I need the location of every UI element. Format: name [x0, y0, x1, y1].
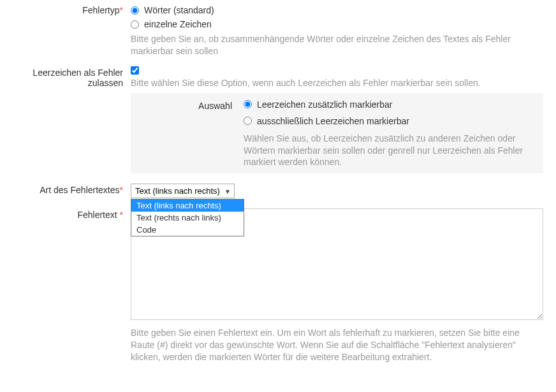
required-marker: * — [120, 185, 123, 195]
leerzeichen-subpanel: Auswahl Leerzeichen zusätzlich markierba… — [131, 93, 543, 174]
fehlertyp-radio-words-label: Wörter (standard) — [144, 5, 214, 15]
leerzeichen-label: Leerzeichen als Fehler zulassen — [6, 66, 131, 88]
auswahl-label: Auswahl — [138, 99, 244, 111]
fehlertyp-label: Fehlertyp* — [6, 5, 131, 15]
fehlertyp-hint: Bitte geben Sie an, ob zusammenhängende … — [131, 33, 543, 57]
leerzeichen-checkbox[interactable] — [131, 66, 139, 75]
auswahl-hint: Wählen Sie aus, ob Leerzeichen zusätzlic… — [244, 133, 536, 169]
auswahl-radio-aus[interactable] — [244, 117, 252, 125]
art-option-1[interactable]: Text (rechts nach links) — [131, 212, 244, 224]
auswahl-radio-zus-label: Leerzeichen zusätzlich markierbar — [257, 99, 392, 110]
art-dropdown: Text (links nach rechts) Text (rechts na… — [131, 199, 244, 236]
art-label: Art des Fehlertextes* — [6, 184, 131, 195]
art-select[interactable]: Text (links nach rechts) — [131, 184, 235, 198]
fehlertyp-radio-words[interactable] — [131, 6, 139, 15]
fehlertyp-radio-chars-label: einzelne Zeichen — [144, 19, 212, 29]
leerzeichen-hint: Bitte wählen Sie diese Option, wenn auch… — [131, 77, 543, 89]
auswahl-radio-aus-label: ausschließlich Leerzeichen markierbar — [257, 116, 409, 126]
fehlertext-hint: Bitte geben Sie einen Fehlertext ein. Um… — [131, 327, 543, 363]
art-option-2[interactable]: Code — [131, 224, 244, 236]
fehlertext-label: Fehlertext * — [6, 208, 131, 220]
required-marker: * — [120, 5, 123, 15]
art-option-0[interactable]: Text (links nach rechts) — [131, 200, 244, 212]
fehlertyp-radio-chars[interactable] — [131, 20, 139, 29]
required-marker: * — [120, 210, 123, 220]
auswahl-radio-zus[interactable] — [244, 100, 252, 108]
